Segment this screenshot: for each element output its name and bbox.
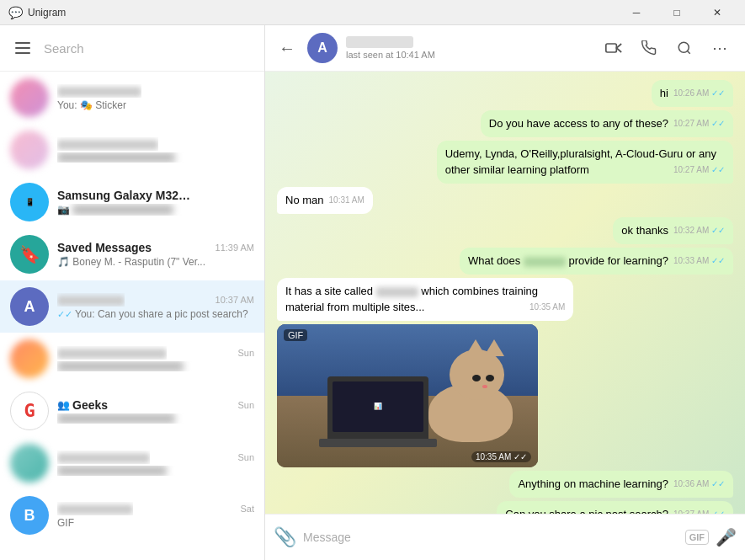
chat-main: ← A last seen at 10:41 AM <box>265 25 745 560</box>
back-button[interactable]: ← <box>275 35 299 61</box>
search-input[interactable] <box>44 34 254 62</box>
avatar: 📱 <box>10 183 49 221</box>
chat-info: Sun <box>57 346 254 371</box>
message-row: hi 10:26 AM ✓✓ <box>277 80 733 107</box>
messages-area: hi 10:26 AM ✓✓ Do you have access to any… <box>265 72 745 514</box>
window-controls: ─ □ ✕ <box>617 0 737 25</box>
message-bubble: ok thanks 10:32 AM ✓✓ <box>613 217 733 244</box>
hamburger-line-3 <box>15 52 30 54</box>
message-row: Anything on machine learning? 10:36 AM ✓… <box>277 471 733 498</box>
list-item[interactable]: You: 🎭 Sticker <box>0 72 264 124</box>
app-icon: 💬 <box>8 6 23 19</box>
list-item[interactable]: A 10:37 AM ✓✓ You: Can you share a pic p… <box>0 280 264 333</box>
list-item[interactable]: Sun <box>0 333 264 385</box>
list-item[interactable] <box>0 124 264 176</box>
message-row: Udemy, Lynda, O'Reilly,pluralsight, A-Cl… <box>277 141 733 183</box>
message-bubble: It has a site called which combines trai… <box>277 278 573 320</box>
avatar <box>10 78 49 117</box>
header-actions: ⋯ <box>599 33 735 63</box>
gif-time: 10:35 AM ✓✓ <box>471 451 531 462</box>
message-row: ok thanks 10:32 AM ✓✓ <box>277 217 733 244</box>
chat-info: Sun <box>57 451 254 476</box>
hamburger-line-2 <box>15 47 30 49</box>
minimize-button[interactable]: ─ <box>617 0 656 25</box>
microphone-button[interactable]: 🎤 <box>716 527 737 547</box>
svg-point-1 <box>678 42 689 52</box>
chat-info <box>57 137 254 163</box>
gif-label: GIF <box>284 329 307 341</box>
message-row: No man 10:31 AM <box>277 187 733 214</box>
title-bar: 💬 Unigram ─ □ ✕ <box>0 0 745 25</box>
message-input[interactable] <box>303 522 678 552</box>
hamburger-menu[interactable] <box>10 35 35 61</box>
message-input-bar: 📎 GIF 🎤 <box>265 514 745 560</box>
avatar <box>10 339 49 378</box>
list-item[interactable]: Sun <box>0 437 264 489</box>
message-bubble: No man 10:31 AM <box>277 187 373 214</box>
contact-name <box>346 36 413 48</box>
app-title: Unigram <box>28 7 66 19</box>
avatar: A <box>10 287 49 326</box>
list-item[interactable]: B Sat GIF <box>0 489 264 541</box>
close-button[interactable]: ✕ <box>698 0 737 25</box>
avatar: 🔖 <box>10 235 49 274</box>
list-item[interactable]: G 👥 Geeks Sun <box>0 385 264 437</box>
avatar <box>10 444 49 483</box>
chat-header: ← A last seen at 10:41 AM <box>265 25 745 72</box>
list-item[interactable]: 📱 Samsung Galaxy M32 with 90Hz... 📷 <box>0 176 264 228</box>
video-call-button[interactable] <box>599 33 629 63</box>
chat-info: Sat GIF <box>57 502 254 529</box>
svg-line-2 <box>687 51 689 53</box>
message-row: What does provide for learning? 10:33 AM… <box>277 248 733 275</box>
message-bubble: Anything on machine learning? 10:36 AM ✓… <box>509 471 733 498</box>
more-options-button[interactable]: ⋯ <box>705 33 735 63</box>
sidebar: You: 🎭 Sticker <box>0 25 265 560</box>
avatar: B <box>10 496 49 535</box>
chat-info: You: 🎭 Sticker <box>57 84 254 111</box>
list-item[interactable]: 🔖 Saved Messages 11:39 AM 🎵 Boney M. - R… <box>0 228 264 280</box>
hamburger-line-1 <box>15 42 30 44</box>
chat-info: 👥 Geeks Sun <box>57 398 254 424</box>
message-row: Do you have access to any of these? 10:2… <box>277 110 733 137</box>
avatar: G <box>10 392 49 430</box>
message-bubble: Do you have access to any of these? 10:2… <box>481 110 733 137</box>
maximize-button[interactable]: □ <box>657 0 696 25</box>
svg-rect-0 <box>606 44 617 52</box>
chat-list: You: 🎭 Sticker <box>0 72 264 560</box>
message-bubble: Can you share a pic post search? 10:37 A… <box>497 501 733 514</box>
contact-status: last seen at 10:41 AM <box>346 50 590 60</box>
gif-message[interactable]: 📊 GIF <box>277 324 538 467</box>
chat-info: Saved Messages 11:39 AM 🎵 Boney M. - Ras… <box>57 241 254 268</box>
message-bubble: What does provide for learning? 10:33 AM… <box>460 248 733 275</box>
header-avatar: A <box>307 33 338 63</box>
voice-call-button[interactable] <box>634 33 664 63</box>
gif-button[interactable]: GIF <box>685 530 709 545</box>
message-bubble: Udemy, Lynda, O'Reilly,pluralsight, A-Cl… <box>437 141 733 183</box>
search-button[interactable] <box>669 33 700 63</box>
message-row: Can you share a pic post search? 10:37 A… <box>277 501 733 514</box>
chat-info: Samsung Galaxy M32 with 90Hz... 📷 <box>57 189 254 216</box>
sidebar-header <box>0 25 264 72</box>
message-row: 📊 GIF <box>277 324 733 467</box>
app-body: You: 🎭 Sticker <box>0 25 745 560</box>
chat-info: 10:37 AM ✓✓ You: Can you share a pic pos… <box>57 293 254 320</box>
message-row: It has a site called which combines trai… <box>277 278 733 320</box>
attach-button[interactable]: 📎 <box>274 526 296 548</box>
message-bubble: hi 10:26 AM ✓✓ <box>652 80 733 107</box>
avatar <box>10 131 49 169</box>
header-info: last seen at 10:41 AM <box>346 36 590 60</box>
